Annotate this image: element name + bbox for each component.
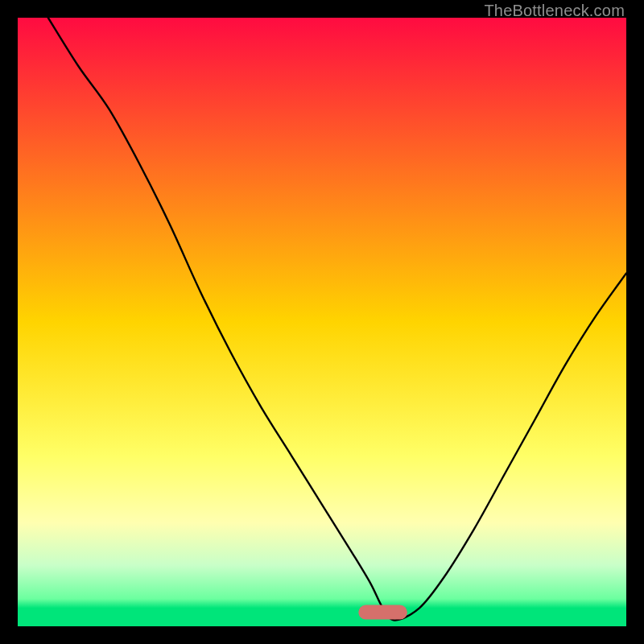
- watermark-text: TheBottleneck.com: [484, 2, 625, 20]
- bottleneck-chart: [18, 18, 626, 626]
- chart-frame: [18, 18, 626, 626]
- baseline-band: [18, 609, 626, 626]
- optimal-marker: [358, 605, 407, 620]
